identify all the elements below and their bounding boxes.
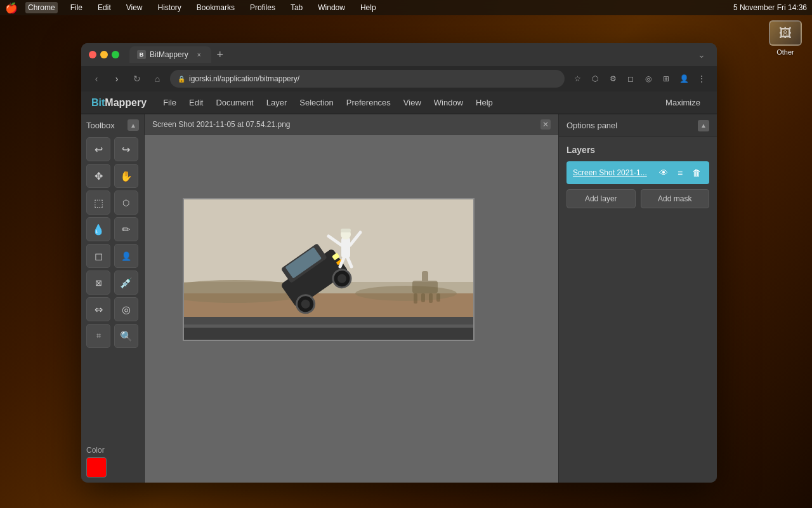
refresh-button[interactable]: ↻ <box>129 71 145 86</box>
forward-button[interactable]: › <box>109 71 124 86</box>
menu-selection[interactable]: Selection <box>293 94 339 111</box>
home-button[interactable]: ⌂ <box>150 71 165 86</box>
menubar-item-bookmarks[interactable]: Bookmarks <box>194 2 237 13</box>
menubar-right: 5 November Fri 14:36 <box>733 3 807 12</box>
svg-point-5 <box>355 286 457 301</box>
tool-eraser[interactable]: ◻ <box>86 244 110 268</box>
macos-menubar: 🍎 Chrome File Edit View History Bookmark… <box>0 0 812 15</box>
svg-rect-17 <box>341 229 351 232</box>
menu-layer[interactable]: Layer <box>260 94 294 111</box>
menubar-item-history[interactable]: History <box>155 2 184 13</box>
color-swatch[interactable] <box>86 457 107 478</box>
back-button[interactable]: ‹ <box>89 71 104 86</box>
toolbox-collapse-button[interactable]: ▲ <box>128 119 139 131</box>
tool-zoom[interactable]: 🔍 <box>114 324 138 348</box>
address-bar: ‹ › ↻ ⌂ 🔒 igorski.nl/application/bitmapp… <box>81 66 717 91</box>
browser-tab[interactable]: B BitMappery × <box>129 46 211 63</box>
maximize-button[interactable]: Maximize <box>659 94 707 111</box>
menu-edit[interactable]: Edit <box>183 94 209 111</box>
toolbox-header: Toolbox ▲ <box>86 119 139 131</box>
layer-name: Screen Shot 2021-1... <box>573 168 653 177</box>
tool-grid: ↩ ↪ ✥ ✋ ⬚ ⬡ 💧 ✏ ◻ 👤 ⊠ 💉 ⇔ ◎ ⌗ 🔍 <box>86 137 139 348</box>
url-input[interactable]: 🔒 igorski.nl/application/bitmappery/ <box>170 70 565 88</box>
svg-rect-23 <box>422 271 428 284</box>
menu-file[interactable]: File <box>157 94 183 111</box>
ext-5[interactable]: ⊞ <box>658 71 674 86</box>
tool-rect-select[interactable]: ⬚ <box>86 190 110 215</box>
layer-delete-icon[interactable]: 🗑 <box>690 166 703 179</box>
svg-rect-24 <box>414 293 417 304</box>
svg-rect-26 <box>429 293 433 303</box>
color-section: Color <box>86 439 139 478</box>
more-button[interactable]: ⋮ <box>694 71 709 86</box>
tab-close-button[interactable]: × <box>195 50 204 59</box>
menubar-datetime: 5 November Fri 14:36 <box>733 3 807 12</box>
options-panel: Options panel ▲ Layers Screen Shot 2021-… <box>558 114 717 483</box>
menubar-items: Chrome File Edit View History Bookmarks … <box>25 2 379 13</box>
menubar-item-file[interactable]: File <box>68 2 85 13</box>
tool-warp[interactable]: ⌗ <box>86 324 110 348</box>
add-mask-button[interactable]: Add mask <box>641 189 710 208</box>
menu-preferences[interactable]: Preferences <box>340 94 397 111</box>
traffic-light-minimize[interactable] <box>100 51 108 58</box>
ext-3[interactable]: ◻ <box>623 71 638 86</box>
layers-title: Layers <box>566 145 709 155</box>
svg-rect-28 <box>184 326 475 341</box>
menu-window[interactable]: Window <box>428 94 469 111</box>
layer-visibility-icon[interactable]: 👁 <box>657 166 670 179</box>
app-menubar: BitMappery File Edit Document Layer Sele… <box>81 91 717 114</box>
traffic-light-close[interactable] <box>89 51 96 58</box>
menubar-item-chrome[interactable]: Chrome <box>25 2 58 13</box>
menubar-item-view[interactable]: View <box>124 2 145 13</box>
canvas-image <box>183 198 475 341</box>
browser-titlebar: B BitMappery × + ⌄ <box>81 43 717 66</box>
tool-record[interactable]: ◎ <box>114 297 138 321</box>
tool-redo[interactable]: ↪ <box>114 137 138 161</box>
tool-mirror[interactable]: ⇔ <box>86 297 110 321</box>
new-tab-button[interactable]: + <box>211 46 229 64</box>
menubar-item-edit[interactable]: Edit <box>95 2 114 13</box>
tab-favicon: B <box>137 50 146 59</box>
tool-fill[interactable]: 💧 <box>86 217 110 241</box>
canvas-close-button[interactable]: ✕ <box>540 119 551 130</box>
layer-item[interactable]: Screen Shot 2021-1... 👁 ≡ 🗑 <box>566 161 709 184</box>
apple-menu[interactable]: 🍎 <box>5 2 18 14</box>
color-label: Color <box>86 446 139 455</box>
canvas-area: Screen Shot 2021-11-05 at 07.54.21.png ✕ <box>145 114 558 483</box>
canvas-viewport[interactable] <box>145 135 558 483</box>
menubar-item-window[interactable]: Window <box>315 2 348 13</box>
add-layer-button[interactable]: Add layer <box>566 189 636 208</box>
canvas-svg <box>184 199 475 341</box>
tool-pan[interactable]: ✋ <box>114 164 138 188</box>
menu-help[interactable]: Help <box>469 94 499 111</box>
tool-pen[interactable]: ✏ <box>114 217 138 241</box>
tool-lasso[interactable]: ⬡ <box>114 190 138 215</box>
menu-document[interactable]: Document <box>209 94 259 111</box>
svg-rect-27 <box>436 293 440 302</box>
menu-view[interactable]: View <box>397 94 428 111</box>
ext-4[interactable]: ◎ <box>641 71 656 86</box>
tool-undo[interactable]: ↩ <box>86 137 110 161</box>
menubar-item-help[interactable]: Help <box>358 2 379 13</box>
menubar-item-tab[interactable]: Tab <box>288 2 305 13</box>
tab-title: BitMappery <box>150 50 188 59</box>
tool-stamp[interactable]: 👤 <box>114 244 138 268</box>
traffic-light-fullscreen[interactable] <box>112 51 119 58</box>
options-panel-collapse-button[interactable]: ▲ <box>698 120 709 131</box>
lock-icon: 🔒 <box>178 76 185 83</box>
menubar-item-profiles[interactable]: Profiles <box>247 2 278 13</box>
traffic-lights <box>89 51 119 58</box>
tool-move[interactable]: ✥ <box>86 164 110 188</box>
ext-6[interactable]: 👤 <box>676 71 691 86</box>
tool-eyedropper[interactable]: 💉 <box>114 271 138 295</box>
extension-icons: ☆ ⬡ ⚙ ◻ ◎ ⊞ 👤 ⋮ <box>570 71 709 86</box>
other-icon-label: Other <box>776 48 794 56</box>
bookmark-icon[interactable]: ☆ <box>570 71 585 86</box>
canvas-header: Screen Shot 2021-11-05 at 07.54.21.png ✕ <box>145 114 558 135</box>
tab-chevron[interactable]: ⌄ <box>694 47 709 62</box>
ext-2[interactable]: ⚙ <box>605 71 620 86</box>
ext-1[interactable]: ⬡ <box>587 71 603 86</box>
layer-settings-icon[interactable]: ≡ <box>674 166 686 179</box>
tool-transform[interactable]: ⊠ <box>86 271 110 295</box>
other-desktop-icon[interactable]: 🖼 Other <box>769 20 802 56</box>
